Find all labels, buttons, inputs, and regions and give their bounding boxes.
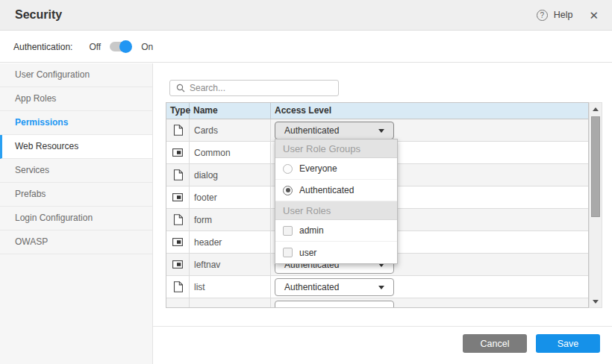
help-link[interactable]: Help (554, 10, 573, 20)
resource-name: Cards (190, 119, 271, 141)
partial-page-icon (166, 186, 190, 208)
close-icon[interactable]: ✕ (589, 10, 599, 21)
page-icon (166, 276, 190, 298)
type-cell (166, 298, 190, 308)
toggle-off-label: Off (89, 42, 101, 52)
table-header-row: Type Name Access Level (166, 103, 588, 119)
dropdown-option-label: admin (299, 225, 324, 236)
toggle-knob (119, 40, 132, 53)
resource-name: form (190, 209, 271, 230)
partial-page-icon (166, 254, 190, 275)
column-header-access-level: Access Level (271, 103, 588, 119)
page-title: Security (15, 8, 62, 22)
access-level-select[interactable]: Authenticated (275, 278, 394, 296)
footer-divider (153, 326, 612, 327)
resource-name: leftnav (190, 254, 271, 275)
authentication-bar: Authentication: Off On (0, 31, 612, 63)
dropdown-group-header: User Role Groups (275, 139, 397, 158)
access-level-cell: Authenticated (271, 276, 588, 298)
page-icon (166, 164, 190, 186)
footer-actions: Cancel Save (153, 334, 612, 353)
dropdown-option-label: user (299, 248, 316, 258)
access-level-cell: Authenticated (271, 119, 588, 141)
help-icon[interactable]: ? (537, 10, 548, 21)
scroll-down-icon[interactable] (590, 296, 602, 307)
dropdown-option-label: Authenticated (299, 185, 354, 195)
search-input[interactable] (190, 83, 338, 93)
scroll-up-icon[interactable] (590, 104, 602, 114)
access-level-select[interactable] (275, 301, 394, 309)
sidebar-item-user-configuration[interactable]: User Configuration (0, 63, 152, 87)
column-header-name: Name (190, 103, 271, 119)
resource-name: header (190, 231, 271, 253)
sidebar-item-web-resources[interactable]: Web Resources (0, 135, 152, 159)
sidebar: User ConfigurationApp RolesPermissionsWe… (0, 63, 153, 364)
access-level-dropdown: User Role GroupsEveryoneAuthenticatedUse… (275, 139, 398, 264)
security-panel: Security ? Help ✕ Authentication: Off On… (0, 0, 612, 364)
authentication-label: Authentication: (13, 42, 72, 52)
access-level-select[interactable]: Authenticated (275, 122, 394, 139)
search-box (169, 80, 339, 96)
main-content: Type Name Access Level CardsAuthenticate… (153, 63, 612, 364)
table-row: listAuthenticated (166, 276, 588, 298)
chevron-down-icon (378, 129, 384, 133)
resource-name: list (190, 276, 271, 298)
sidebar-item-services[interactable]: Services (0, 159, 152, 183)
save-button[interactable]: Save (536, 334, 600, 353)
resource-name: Common (190, 142, 271, 163)
resource-name: footer (190, 186, 271, 208)
chevron-down-icon (378, 286, 384, 289)
search-icon (176, 84, 185, 92)
access-level-value: Authenticated (284, 125, 339, 136)
partial-page-icon (166, 231, 190, 253)
chevron-down-icon (378, 308, 384, 309)
authentication-toggle[interactable] (110, 42, 131, 51)
dropdown-option-admin[interactable]: admin (275, 220, 397, 242)
dropdown-option-user[interactable]: user (275, 242, 397, 263)
toggle-on-label: On (141, 42, 153, 52)
cancel-button[interactable]: Cancel (463, 334, 527, 353)
title-bar: Security ? Help ✕ (0, 0, 612, 31)
partial-page-icon (166, 142, 190, 163)
column-header-type: Type (166, 103, 190, 119)
radio-icon[interactable] (283, 186, 293, 195)
radio-icon[interactable] (283, 164, 293, 174)
resource-name: dialog (190, 164, 271, 186)
dropdown-group-header: User Roles (275, 201, 397, 220)
page-icon (166, 209, 190, 230)
sidebar-item-permissions[interactable]: Permissions (0, 111, 152, 135)
sidebar-item-prefabs[interactable]: Prefabs (0, 183, 152, 207)
page-icon (166, 119, 190, 141)
sidebar-item-login-configuration[interactable]: Login Configuration (0, 207, 152, 230)
resource-name (190, 298, 271, 308)
access-level-value: Authenticated (284, 282, 339, 292)
scrollbar-thumb[interactable] (591, 116, 600, 217)
dropdown-option-label: Everyone (299, 163, 337, 174)
access-level-cell (271, 298, 588, 308)
table-row-partial (166, 298, 588, 308)
table-scrollbar[interactable] (589, 102, 602, 308)
checkbox-icon[interactable] (283, 226, 293, 236)
checkbox-icon[interactable] (283, 248, 293, 257)
dropdown-option-everyone[interactable]: Everyone (275, 158, 397, 180)
sidebar-item-app-roles[interactable]: App Roles (0, 87, 152, 111)
sidebar-item-owasp[interactable]: OWASP (0, 230, 152, 254)
dropdown-option-authenticated[interactable]: Authenticated (275, 180, 397, 201)
